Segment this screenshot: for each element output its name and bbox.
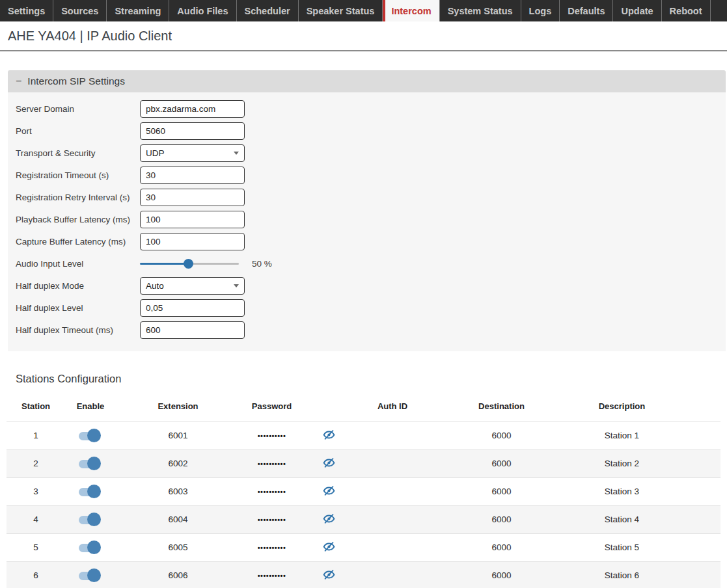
field-row-registration-retry-interval-s: Registration Retry Interval (s) — [16, 189, 726, 206]
column-header-auth-id: Auth ID — [347, 392, 438, 421]
eye-off-icon[interactable] — [323, 568, 335, 581]
server-domain-input[interactable] — [140, 100, 245, 118]
tab-speaker-status[interactable]: Speaker Status — [299, 0, 383, 21]
enable-toggle[interactable] — [79, 568, 102, 583]
eye-off-icon[interactable] — [323, 457, 335, 469]
capture-buffer-latency-ms-input[interactable] — [140, 233, 245, 250]
auth-id-value — [347, 533, 438, 561]
field-label-half-duplex-level: Half duplex Level — [16, 303, 140, 313]
station-row-1: 16001••••••••••6000Station 1 — [7, 421, 720, 449]
transport-security-select[interactable]: UDP — [140, 144, 245, 162]
sip-panel-header[interactable]: − Intercom SIP Settings — [8, 70, 726, 92]
eye-off-icon[interactable] — [323, 541, 335, 553]
station-number: 5 — [7, 533, 65, 561]
transport-security-selected-value[interactable]: UDP — [140, 144, 245, 162]
field-label-playback-buffer-latency-ms: Playback Buffer Latency (ms) — [16, 215, 140, 224]
tab-logs[interactable]: Logs — [521, 0, 560, 21]
audio-input-level-slider[interactable] — [140, 259, 239, 269]
half-duplex-mode-selected-value[interactable]: Auto — [140, 277, 245, 295]
station-row-2: 26002••••••••••6000Station 2 — [7, 449, 720, 477]
tab-reboot[interactable]: Reboot — [662, 0, 711, 21]
half-duplex-timeout-ms-input[interactable] — [140, 321, 245, 339]
eye-off-icon[interactable] — [323, 429, 335, 441]
column-header-enable: Enable — [65, 392, 116, 421]
password-visibility-cell — [311, 449, 347, 477]
tab-defaults[interactable]: Defaults — [560, 0, 613, 21]
extension-value: 6006 — [116, 561, 228, 588]
enable-toggle[interactable] — [79, 513, 102, 527]
toggle-thumb — [87, 485, 101, 498]
field-label-port: Port — [16, 126, 140, 136]
toggle-thumb — [87, 568, 101, 582]
column-header-destination: Destination — [438, 392, 565, 421]
chevron-down-icon — [234, 284, 239, 287]
password-visibility-cell — [311, 505, 347, 533]
field-row-capture-buffer-latency-ms: Capture Buffer Latency (ms) — [16, 233, 726, 250]
destination-value: 6000 — [438, 561, 565, 588]
password-mask: •••••••••• — [258, 544, 286, 552]
enable-cell — [65, 533, 116, 561]
slider-thumb[interactable] — [184, 259, 193, 269]
toggle-thumb — [87, 457, 101, 470]
destination-value: 6000 — [438, 533, 565, 561]
extension-value: 6001 — [116, 421, 228, 449]
tab-scheduler[interactable]: Scheduler — [237, 0, 299, 21]
collapse-minus-icon[interactable]: − — [16, 76, 21, 87]
toggle-thumb — [87, 513, 101, 526]
registration-retry-interval-s-input[interactable] — [140, 189, 245, 206]
description-value: Station 4 — [565, 505, 679, 533]
stations-title: Stations Configuration — [16, 373, 727, 385]
page-title: AHE YA404 | IP Audio Client — [8, 29, 727, 44]
password-cell: •••••••••• — [228, 561, 311, 588]
tab-system-status[interactable]: System Status — [440, 0, 521, 21]
station-row-5: 56005••••••••••6000Station 5 — [7, 533, 720, 561]
half-duplex-mode-select[interactable]: Auto — [140, 277, 245, 295]
extension-value: 6003 — [116, 477, 228, 505]
field-row-playback-buffer-latency-ms: Playback Buffer Latency (ms) — [16, 211, 726, 228]
password-visibility-cell — [311, 561, 347, 588]
field-row-registration-timeout-s: Registration Timeout (s) — [16, 167, 726, 184]
playback-buffer-latency-ms-input[interactable] — [140, 211, 245, 228]
tab-settings[interactable]: Settings — [0, 0, 53, 21]
destination-value: 6000 — [438, 449, 565, 477]
field-label-transport-security: Transport & Security — [16, 148, 140, 158]
station-number: 1 — [7, 421, 65, 449]
half-duplex-level-input[interactable] — [140, 299, 245, 317]
slider-track — [188, 263, 239, 265]
password-cell: •••••••••• — [228, 505, 311, 533]
description-value: Station 5 — [565, 533, 679, 561]
enable-toggle[interactable] — [79, 485, 102, 499]
destination-value: 6000 — [438, 421, 565, 449]
eye-off-icon[interactable] — [323, 485, 335, 497]
tab-streaming[interactable]: Streaming — [107, 0, 169, 21]
enable-toggle[interactable] — [79, 541, 102, 555]
port-input[interactable] — [140, 122, 245, 140]
destination-value: 6000 — [438, 505, 565, 533]
eye-off-icon[interactable] — [323, 513, 335, 525]
password-visibility-cell — [311, 421, 347, 449]
tab-intercom[interactable]: Intercom — [383, 0, 439, 21]
password-cell: •••••••••• — [228, 421, 311, 449]
sip-settings-panel: − Intercom SIP Settings Server DomainPor… — [8, 70, 726, 351]
stations-table: StationEnableExtensionPasswordAuth IDDes… — [7, 392, 720, 588]
column-header-password: Password — [228, 392, 311, 421]
enable-toggle[interactable] — [79, 457, 102, 471]
password-mask: •••••••••• — [258, 432, 286, 440]
tab-sources[interactable]: Sources — [53, 0, 107, 21]
tab-update[interactable]: Update — [613, 0, 661, 21]
registration-timeout-s-input[interactable] — [140, 167, 245, 184]
toggle-thumb — [87, 541, 101, 554]
chevron-down-icon — [234, 152, 239, 155]
extension-value: 6002 — [116, 449, 228, 477]
field-row-port: Port — [16, 122, 726, 140]
tab-audio-files[interactable]: Audio Files — [169, 0, 236, 21]
description-value: Station 1 — [565, 421, 679, 449]
slider-fill — [140, 263, 188, 265]
description-value: Station 2 — [565, 449, 679, 477]
station-row-4: 46004••••••••••6000Station 4 — [7, 505, 720, 533]
field-label-half-duplex-mode: Half duplex Mode — [16, 281, 140, 291]
station-number: 2 — [7, 449, 65, 477]
field-label-registration-retry-interval-s: Registration Retry Interval (s) — [16, 193, 140, 202]
password-mask: •••••••••• — [258, 572, 286, 580]
enable-toggle[interactable] — [79, 429, 102, 443]
